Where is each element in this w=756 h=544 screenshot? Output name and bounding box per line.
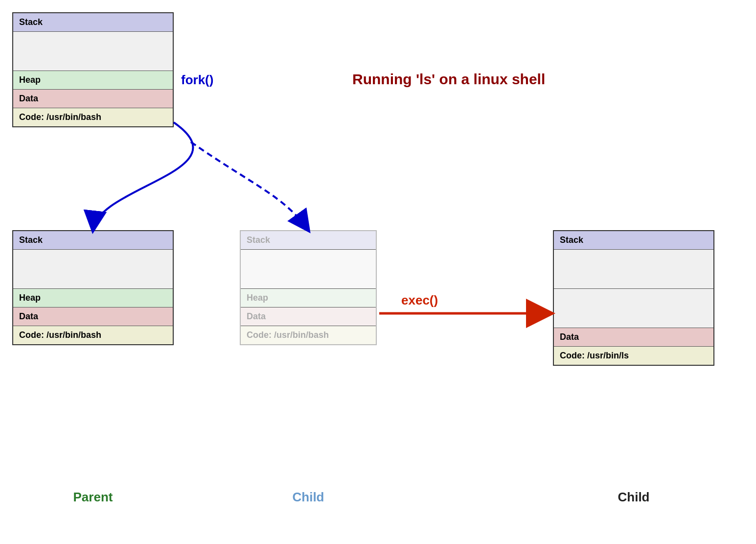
child-block: Stack Data Code: /usr/bin/ls bbox=[553, 230, 714, 366]
child-empty1 bbox=[554, 250, 713, 289]
child-data: Data bbox=[554, 328, 713, 347]
parent-code: Code: /usr/bin/bash bbox=[13, 326, 173, 344]
child-code: Code: /usr/bin/ls bbox=[554, 347, 713, 365]
orig-code: Code: /usr/bin/bash bbox=[13, 108, 173, 126]
parent-stack: Stack bbox=[13, 231, 173, 250]
parent-block: Stack Heap Data Code: /usr/bin/bash bbox=[12, 230, 174, 345]
parent-empty bbox=[13, 250, 173, 289]
child-faded-label: Child bbox=[240, 490, 377, 505]
child-stack: Stack bbox=[554, 231, 713, 250]
orig-heap: Heap bbox=[13, 71, 173, 90]
child-faded-block: Stack Heap Data Code: /usr/bin/bash bbox=[240, 230, 377, 345]
child-faded-heap: Heap bbox=[241, 289, 376, 307]
orig-empty bbox=[13, 32, 173, 71]
diagram-container: Running 'ls' on a linux shell fork() exe… bbox=[0, 0, 756, 544]
child-label: Child bbox=[553, 490, 714, 505]
exec-label: exec() bbox=[401, 293, 438, 308]
parent-data: Data bbox=[13, 307, 173, 326]
child-faded-stack: Stack bbox=[241, 231, 376, 250]
fork-dashed-arrow bbox=[191, 142, 308, 230]
parent-label: Parent bbox=[12, 490, 174, 505]
child-empty2 bbox=[554, 289, 713, 328]
orig-stack: Stack bbox=[13, 13, 173, 32]
parent-heap: Heap bbox=[13, 289, 173, 307]
original-block: Stack Heap Data Code: /usr/bin/bash bbox=[12, 12, 174, 127]
child-faded-code: Code: /usr/bin/bash bbox=[241, 326, 376, 344]
page-title: Running 'ls' on a linux shell bbox=[352, 71, 545, 88]
fork-label: fork() bbox=[181, 72, 213, 88]
fork-solid-arrow bbox=[93, 122, 193, 230]
child-faded-data: Data bbox=[241, 307, 376, 326]
orig-data: Data bbox=[13, 90, 173, 108]
child-faded-empty bbox=[241, 250, 376, 289]
